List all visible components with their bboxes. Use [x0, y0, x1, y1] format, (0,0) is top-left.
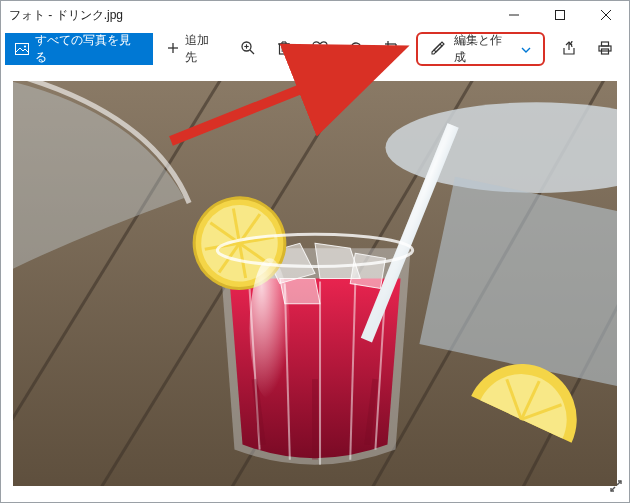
- svg-rect-4: [16, 44, 29, 55]
- maximize-button[interactable]: [537, 1, 583, 29]
- close-button[interactable]: [583, 1, 629, 29]
- svg-rect-1: [556, 11, 565, 20]
- photo-collection-icon: [15, 43, 29, 55]
- edit-create-highlight: 編集と作成: [416, 32, 546, 66]
- plus-icon: [167, 42, 179, 57]
- print-button[interactable]: [587, 31, 623, 67]
- heart-icon: [312, 41, 328, 58]
- see-all-photos-label: すべての写真を見る: [35, 32, 143, 66]
- favorite-button[interactable]: [302, 31, 338, 67]
- see-all-photos-button[interactable]: すべての写真を見る: [5, 33, 153, 65]
- add-to-button[interactable]: 追加先: [157, 33, 231, 65]
- edit-create-label: 編集と作成: [454, 32, 514, 66]
- printer-icon: [597, 40, 613, 59]
- window-title: フォト - ドリンク.jpg: [9, 7, 491, 24]
- add-to-label: 追加先: [185, 32, 221, 66]
- trash-icon: [277, 40, 291, 59]
- crop-icon: [384, 40, 400, 59]
- share-icon: [561, 40, 577, 59]
- share-button[interactable]: [551, 31, 587, 67]
- edit-create-button[interactable]: 編集と作成: [418, 34, 544, 64]
- window-controls: [491, 1, 629, 29]
- resize-handle-icon[interactable]: [609, 479, 623, 496]
- edit-tools-icon: [430, 40, 446, 59]
- photo-content[interactable]: [13, 81, 617, 486]
- rotate-button[interactable]: [338, 31, 374, 67]
- crop-button[interactable]: [374, 31, 410, 67]
- svg-marker-45: [350, 253, 385, 288]
- svg-point-57: [250, 258, 290, 399]
- delete-button[interactable]: [266, 31, 302, 67]
- svg-rect-25: [602, 42, 609, 46]
- svg-line-9: [250, 50, 254, 54]
- toolbar: すべての写真を見る 追加先: [1, 29, 629, 69]
- photo-viewer: [1, 69, 629, 502]
- title-bar: フォト - ドリンク.jpg: [1, 1, 629, 29]
- magnifier-plus-icon: [240, 40, 256, 59]
- chevron-down-icon: [521, 42, 531, 56]
- svg-point-5: [24, 45, 26, 47]
- zoom-button[interactable]: [230, 31, 266, 67]
- minimize-button[interactable]: [491, 1, 537, 29]
- rotate-icon: [348, 40, 364, 59]
